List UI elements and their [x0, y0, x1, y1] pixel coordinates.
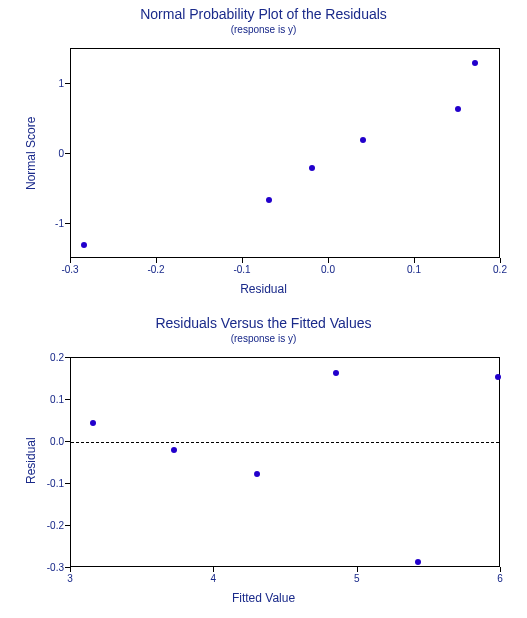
x-tick-mark	[500, 258, 501, 263]
x-tick-label: 4	[211, 573, 217, 584]
x-tick-label: -0.2	[147, 264, 164, 275]
x-tick-mark	[70, 258, 71, 263]
data-point	[333, 370, 339, 376]
chart-subtitle-2: (response is y)	[0, 333, 527, 344]
data-point	[360, 137, 366, 143]
x-tick-mark	[70, 567, 71, 572]
data-point	[472, 60, 478, 66]
y-tick-label: -0.2	[34, 520, 64, 531]
y-tick-label: 1	[34, 78, 64, 89]
y-tick-mark	[65, 357, 70, 358]
y-tick-mark	[65, 441, 70, 442]
chart-subtitle-1: (response is y)	[0, 24, 527, 35]
y-tick-mark	[65, 399, 70, 400]
plot-frame-1	[70, 48, 500, 258]
y-tick-mark	[65, 525, 70, 526]
data-point	[455, 106, 461, 112]
x-tick-mark	[328, 258, 329, 263]
x-tick-label: -0.1	[233, 264, 250, 275]
x-tick-label: -0.3	[61, 264, 78, 275]
data-point	[81, 242, 87, 248]
y-tick-mark	[65, 83, 70, 84]
y-tick-mark	[65, 223, 70, 224]
data-point	[254, 471, 260, 477]
y-tick-mark	[65, 153, 70, 154]
data-point	[171, 447, 177, 453]
residuals-vs-fitted-plot: Residuals Versus the Fitted Values (resp…	[0, 309, 527, 618]
y-tick-label: 0.1	[34, 394, 64, 405]
y-tick-label: -0.1	[34, 478, 64, 489]
y-tick-label: 0.2	[34, 352, 64, 363]
y-tick-label: 0	[34, 148, 64, 159]
x-axis-label-2: Fitted Value	[0, 591, 527, 605]
x-tick-label: 0.2	[493, 264, 507, 275]
x-tick-label: 0.0	[321, 264, 335, 275]
x-tick-mark	[357, 567, 358, 572]
plot-frame-2	[70, 357, 500, 567]
data-point	[495, 374, 501, 380]
normal-probability-plot: Normal Probability Plot of the Residuals…	[0, 0, 527, 309]
x-tick-mark	[414, 258, 415, 263]
x-tick-label: 0.1	[407, 264, 421, 275]
zero-line	[71, 442, 499, 443]
data-point	[90, 420, 96, 426]
chart-title-1: Normal Probability Plot of the Residuals	[0, 0, 527, 22]
y-tick-mark	[65, 567, 70, 568]
y-tick-label: -0.3	[34, 562, 64, 573]
x-tick-mark	[242, 258, 243, 263]
y-tick-label: -1	[34, 218, 64, 229]
data-point	[415, 559, 421, 565]
y-tick-label: 0.0	[34, 436, 64, 447]
x-tick-mark	[213, 567, 214, 572]
x-tick-mark	[500, 567, 501, 572]
chart-title-2: Residuals Versus the Fitted Values	[0, 309, 527, 331]
x-axis-label-1: Residual	[0, 282, 527, 296]
y-tick-mark	[65, 483, 70, 484]
x-tick-label: 3	[67, 573, 73, 584]
x-tick-label: 6	[497, 573, 503, 584]
data-point	[309, 165, 315, 171]
data-point	[266, 197, 272, 203]
x-tick-mark	[156, 258, 157, 263]
x-tick-label: 5	[354, 573, 360, 584]
